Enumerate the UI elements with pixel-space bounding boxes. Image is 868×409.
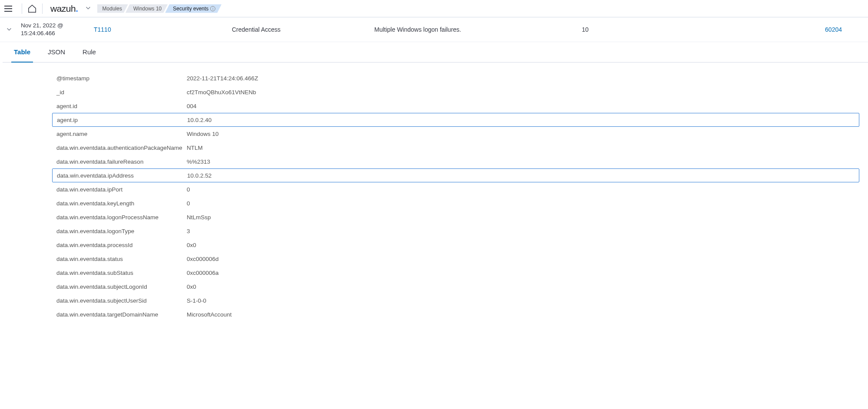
breadcrumb-item[interactable]: Modules (97, 4, 128, 13)
detail-key: data.win.eventdata.logonProcessName (56, 214, 187, 221)
detail-key: data.win.eventdata.subStatus (56, 270, 187, 276)
detail-value: Windows 10 (187, 131, 219, 137)
timestamp-line1: Nov 21, 2022 @ (21, 22, 90, 30)
breadcrumb-item[interactable]: Windows 10 (125, 4, 168, 13)
detail-row: agent.ip10.0.2.40 (52, 113, 859, 127)
detail-value: MicrosoftAccount (187, 311, 232, 318)
detail-key: data.win.eventdata.authenticationPackage… (56, 145, 187, 151)
detail-value: 3 (187, 228, 190, 234)
detail-row: data.win.eventdata.keyLength0 (52, 196, 859, 210)
chevron-down-icon[interactable] (85, 5, 91, 12)
info-icon[interactable]: i (210, 6, 215, 11)
event-rule-id-link[interactable]: 60204 (633, 26, 859, 33)
detail-value: 0x0 (187, 242, 196, 248)
detail-table: @timestamp2022-11-21T14:24:06.466Z_idcf2… (0, 63, 868, 330)
detail-key: data.win.eventdata.subjectUserSid (56, 297, 187, 304)
detail-key: data.win.eventdata.processId (56, 242, 187, 248)
detail-row: data.win.eventdata.targetDomainNameMicro… (52, 307, 859, 321)
detail-key: _id (56, 89, 187, 96)
detail-value: cf2TmoQBhuXo61VtNENb (187, 89, 256, 96)
detail-row: agent.nameWindows 10 (52, 127, 859, 141)
detail-row: data.win.eventdata.subjectUserSidS-1-0-0 (52, 294, 859, 307)
detail-value: 0xc000006d (187, 256, 219, 262)
detail-row: data.win.eventdata.logonProcessNameNtLmS… (52, 210, 859, 224)
detail-tabs: TableJSONRule (3, 42, 868, 63)
vertical-divider (22, 3, 22, 14)
detail-key: agent.id (56, 103, 187, 109)
event-row: Nov 21, 2022 @ 15:24:06.466 T1110 Creden… (0, 17, 868, 42)
detail-value: 0 (187, 200, 190, 207)
detail-row: data.win.eventdata.ipAddress10.0.2.52 (52, 168, 859, 182)
detail-row: data.win.eventdata.failureReason%%2313 (52, 155, 859, 168)
topbar: wazuh. ModulesWindows 10Security eventsi (0, 0, 868, 17)
detail-value: 0x0 (187, 284, 196, 290)
app-logo[interactable]: wazuh. (50, 3, 78, 14)
detail-row: data.win.eventdata.subStatus0xc000006a (52, 266, 859, 280)
detail-key: data.win.eventdata.logonType (56, 228, 187, 234)
detail-row: data.win.eventdata.status0xc000006d (52, 252, 859, 266)
menu-toggle-button[interactable] (4, 4, 14, 13)
timestamp-line2: 15:24:06.466 (21, 30, 90, 37)
event-tactic: Credential Access (232, 26, 371, 33)
detail-row: data.win.eventdata.authenticationPackage… (52, 141, 859, 155)
detail-key: data.win.eventdata.ipAddress (57, 172, 187, 179)
tab-rule[interactable]: Rule (80, 42, 99, 63)
detail-row: _idcf2TmoQBhuXo61VtNENb (52, 85, 859, 99)
detail-value: 10.0.2.40 (187, 117, 211, 123)
detail-row: @timestamp2022-11-21T14:24:06.466Z (52, 71, 859, 85)
home-icon[interactable] (27, 4, 37, 13)
detail-row: data.win.eventdata.ipPort0 (52, 182, 859, 196)
detail-key: data.win.eventdata.ipPort (56, 186, 187, 193)
detail-key: data.win.eventdata.keyLength (56, 200, 187, 207)
detail-value: 10.0.2.52 (187, 172, 211, 179)
detail-value: %%2313 (187, 158, 210, 165)
detail-key: agent.ip (57, 117, 187, 123)
logo-dot: . (76, 3, 78, 13)
detail-key: data.win.eventdata.targetDomainName (56, 311, 187, 318)
event-timestamp: Nov 21, 2022 @ 15:24:06.466 (21, 22, 90, 37)
detail-row: data.win.eventdata.subjectLogonId0x0 (52, 280, 859, 294)
expand-toggle[interactable] (6, 26, 13, 33)
detail-value: S-1-0-0 (187, 297, 206, 304)
detail-value: 0xc000006a (187, 270, 219, 276)
detail-value: 0 (187, 186, 190, 193)
breadcrumb: ModulesWindows 10Security eventsi (97, 4, 222, 13)
event-description: Multiple Windows logon failures. (374, 26, 578, 33)
event-technique-link[interactable]: T1110 (94, 26, 228, 33)
detail-key: agent.name (56, 131, 187, 137)
detail-row: agent.id004 (52, 99, 859, 113)
tab-json[interactable]: JSON (45, 42, 68, 63)
detail-value: 004 (187, 103, 197, 109)
vertical-divider (42, 3, 43, 14)
detail-value: 2022-11-21T14:24:06.466Z (187, 75, 258, 82)
detail-row: data.win.eventdata.logonType3 (52, 224, 859, 238)
detail-row: data.win.eventdata.processId0x0 (52, 238, 859, 252)
detail-value: NtLmSsp (187, 214, 211, 221)
event-count: 10 (582, 26, 630, 33)
tab-table[interactable]: Table (11, 42, 33, 63)
detail-key: @timestamp (56, 75, 187, 82)
detail-key: data.win.eventdata.failureReason (56, 158, 187, 165)
logo-text: wazuh (50, 3, 76, 13)
breadcrumb-item[interactable]: Security eventsi (165, 4, 221, 13)
detail-key: data.win.eventdata.status (56, 256, 187, 262)
detail-key: data.win.eventdata.subjectLogonId (56, 284, 187, 290)
detail-value: NTLM (187, 145, 203, 151)
